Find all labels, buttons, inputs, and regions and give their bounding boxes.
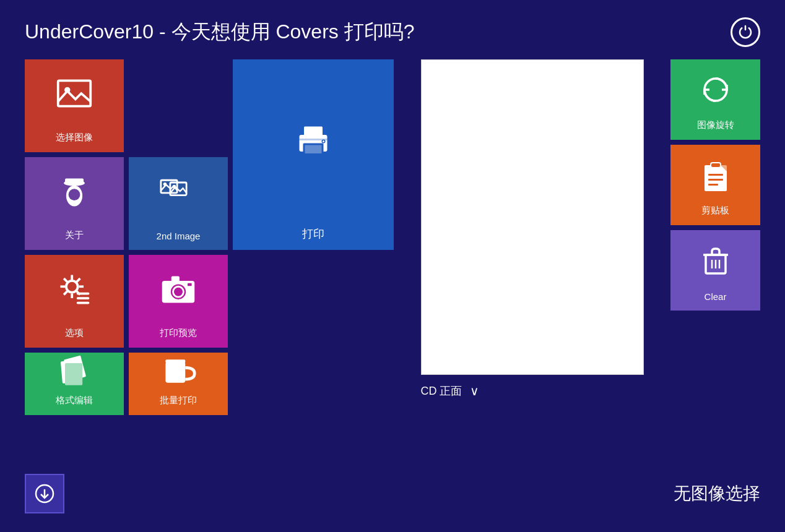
print-tile[interactable]: 打印 — [233, 59, 394, 250]
second-image-label: 2nd Image — [157, 231, 201, 241]
printer-icon — [233, 59, 394, 221]
svg-line-22 — [64, 278, 67, 282]
rotate-tile[interactable]: 图像旋转 — [670, 59, 760, 140]
preview-area: CD 正面 ∨ — [412, 59, 652, 398]
svg-line-24 — [77, 278, 80, 282]
svg-rect-35 — [188, 283, 192, 286]
svg-line-25 — [64, 291, 67, 294]
bottom-bar: 无图像选择 — [25, 474, 760, 513]
svg-rect-27 — [77, 297, 90, 299]
batch-print-label: 批量打印 — [160, 395, 197, 406]
svg-rect-47 — [708, 184, 718, 186]
clear-tile[interactable]: Clear — [670, 230, 760, 311]
format-edit-label: 格式编辑 — [56, 395, 93, 406]
svg-rect-43 — [705, 165, 727, 191]
header: UnderCover10 - 今天想使用 Covers 打印吗? — [0, 0, 785, 59]
right-sidebar: 图像旋转 剪贴板 — [670, 59, 760, 311]
image-icon — [25, 59, 124, 127]
page-title: UnderCover10 - 今天想使用 Covers 打印吗? — [25, 19, 414, 46]
clipboard-label: 剪贴板 — [701, 205, 729, 217]
chevron-down-icon[interactable]: ∨ — [470, 384, 479, 398]
print-preview-tile[interactable]: 打印预览 — [129, 255, 228, 348]
select-image-label: 选择图像 — [56, 132, 93, 144]
select-image-tile[interactable]: 选择图像 — [25, 59, 124, 152]
rotate-icon — [700, 59, 732, 119]
svg-rect-26 — [77, 292, 90, 294]
print-label: 打印 — [302, 226, 324, 241]
second-image-tile[interactable]: 2nd Image — [129, 157, 228, 250]
download-button[interactable] — [25, 474, 64, 513]
rotate-label: 图像旋转 — [697, 119, 734, 131]
svg-rect-3 — [65, 178, 84, 184]
main-content: 选择图像 关于 — [0, 59, 785, 415]
power-button[interactable] — [731, 17, 760, 47]
about-tile[interactable]: 关于 — [25, 157, 124, 250]
mug-icon — [129, 353, 228, 390]
svg-point-17 — [66, 280, 78, 292]
tile-grid: 选择图像 关于 — [25, 59, 394, 415]
svg-point-33 — [175, 289, 181, 294]
preview-canvas — [421, 59, 644, 375]
spy-icon — [25, 157, 124, 225]
clipboard-icon — [700, 145, 732, 205]
format-edit-tile[interactable]: 格式编辑 — [25, 353, 124, 415]
clear-label: Clear — [705, 291, 727, 302]
svg-rect-44 — [711, 163, 721, 168]
svg-rect-28 — [77, 301, 90, 304]
print-preview-label: 打印预览 — [160, 327, 197, 339]
no-image-text: 无图像选择 — [674, 482, 760, 505]
papers-icon — [25, 353, 124, 390]
batch-print-tile[interactable]: 批量打印 — [129, 353, 228, 415]
svg-rect-39 — [65, 363, 82, 385]
options-label: 选项 — [65, 327, 84, 339]
options-tile[interactable]: 选项 — [25, 255, 124, 348]
svg-point-16 — [323, 140, 324, 142]
svg-rect-46 — [708, 179, 723, 181]
gear-icon — [25, 255, 124, 322]
svg-rect-40 — [165, 362, 185, 383]
svg-rect-11 — [304, 127, 323, 137]
about-label: 关于 — [65, 230, 84, 241]
camera-icon — [129, 255, 228, 322]
svg-point-5 — [69, 189, 80, 200]
preview-label: CD 正面 — [421, 384, 462, 398]
svg-rect-13 — [305, 145, 322, 154]
preview-label-row: CD 正面 ∨ — [421, 384, 644, 398]
svg-rect-45 — [708, 174, 723, 176]
svg-rect-34 — [171, 276, 180, 281]
svg-rect-41 — [165, 359, 185, 363]
images-icon — [129, 157, 228, 226]
clipboard-tile[interactable]: 剪贴板 — [670, 145, 760, 225]
trash-icon — [700, 230, 732, 291]
svg-rect-0 — [58, 80, 91, 106]
